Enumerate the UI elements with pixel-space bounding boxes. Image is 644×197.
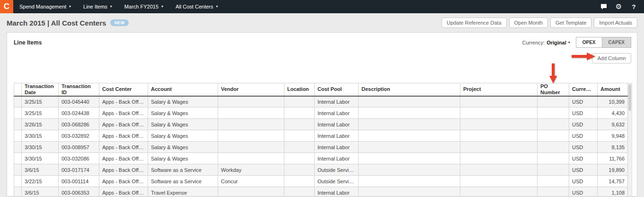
help-icon[interactable]: ? — [630, 3, 637, 10]
open-month-button[interactable]: Open Month — [509, 18, 548, 28]
cell-cost-pool: Internal Labor — [315, 142, 359, 153]
cell-location — [284, 187, 315, 197]
column-header-amount[interactable]: Amount — [598, 83, 628, 96]
column-header-account[interactable]: Account — [148, 83, 218, 96]
cell-description — [359, 119, 460, 130]
cell-po-number — [538, 96, 569, 107]
column-header-transaction-date[interactable]: Transaction Date — [22, 83, 59, 96]
cell-description — [359, 96, 460, 107]
menu-march-fy2015[interactable]: March FY2015 ▾ — [118, 0, 169, 13]
row-selector-cell[interactable] — [14, 96, 22, 107]
tab-capex[interactable]: CAPEX — [602, 37, 631, 48]
row-selector-cell[interactable] — [14, 187, 22, 197]
cell-cost-center: Apps - Back Office — [99, 176, 148, 187]
table-row[interactable]: 3/30/15003-008957Apps - Back OfficeSalar… — [14, 142, 628, 153]
cell-account: Salary & Wages — [148, 107, 218, 119]
cell-cost-center: Apps - Back Office — [99, 142, 148, 153]
cell-vendor: Workday — [218, 164, 284, 176]
cell-cost-center: Apps - Back Office — [99, 96, 148, 107]
row-selector-cell[interactable] — [14, 107, 22, 119]
column-header-po-number[interactable]: PO Number — [538, 83, 569, 96]
cell-project — [460, 142, 538, 153]
cell-amount: 9,948 — [598, 130, 628, 142]
cell-po-number — [538, 164, 569, 176]
chat-icon[interactable] — [600, 4, 607, 10]
cell-vendor — [218, 187, 284, 197]
column-header-currency[interactable]: Currency — [569, 83, 598, 96]
cell-location — [284, 130, 315, 142]
cell-cost-center: Apps - Back Office — [99, 119, 148, 130]
chevron-down-icon: ▾ — [568, 41, 570, 45]
column-header-project[interactable]: Project — [460, 83, 538, 96]
table-row[interactable]: 3/26/15003-068286Apps - Back OfficeSalar… — [14, 119, 628, 130]
cell-cost-pool: Internal Labor — [315, 153, 359, 164]
table-row[interactable]: 3/25/15003-045440Apps - Back OfficeSalar… — [14, 96, 628, 107]
cell-cost-pool: Internal Labor — [315, 119, 359, 130]
table-row[interactable]: 3/6/15003-006353Apps - Back OfficeTravel… — [14, 187, 628, 197]
topbar-icons: ⚙ ? — [600, 2, 644, 11]
row-selector-cell[interactable] — [14, 176, 22, 187]
row-selector-header — [14, 83, 22, 96]
column-header-description[interactable]: Description — [359, 83, 460, 96]
cell-transaction-date: 3/30/15 — [22, 130, 59, 142]
cell-po-number — [538, 142, 569, 153]
column-header-vendor[interactable]: Vendor — [218, 83, 284, 96]
menu-label: March FY2015 — [124, 4, 159, 9]
cell-amount: 11,766 — [598, 153, 628, 164]
cell-transaction-id: 003-017174 — [59, 164, 99, 176]
cell-location — [284, 164, 315, 176]
cell-location — [284, 96, 315, 107]
cell-description — [359, 153, 460, 164]
cell-transaction-id: 003-006353 — [59, 187, 99, 197]
row-selector-cell[interactable] — [14, 164, 22, 176]
row-selector-cell[interactable] — [14, 153, 22, 164]
cell-account: Salary & Wages — [148, 142, 218, 153]
chevron-down-icon: ▾ — [161, 5, 163, 9]
column-header-transaction-id[interactable]: Transaction ID — [59, 83, 99, 96]
add-column-button[interactable]: Add Column — [592, 53, 631, 63]
cell-currency: USD — [569, 96, 598, 107]
table-row[interactable]: 3/30/15003-032892Apps - Back OfficeSalar… — [14, 130, 628, 142]
menu-all-cost-centers[interactable]: All Cost Centers ▾ — [169, 0, 224, 13]
cell-amount: 14,757 — [598, 176, 628, 187]
import-actuals-button[interactable]: Import Actuals — [594, 18, 637, 28]
row-selector-cell[interactable] — [14, 130, 22, 142]
scrollbar-thumb[interactable] — [628, 84, 631, 111]
cell-account: Salary & Wages — [148, 119, 218, 130]
cell-currency: USD — [569, 164, 598, 176]
row-selector-cell[interactable] — [14, 119, 22, 130]
get-template-button[interactable]: Get Template — [550, 18, 591, 28]
cell-location — [284, 107, 315, 119]
tab-opex[interactable]: OPEX — [576, 37, 602, 48]
cell-cost-center: Apps - Back Office — [99, 187, 148, 197]
table-row[interactable]: 3/22/15003-001114Apps - Back OfficeSoftw… — [14, 176, 628, 187]
table-row[interactable]: 3/25/15003-024438Apps - Back OfficeSalar… — [14, 107, 628, 119]
cell-cost-pool: Internal Labor — [315, 187, 359, 197]
cell-location — [284, 153, 315, 164]
cell-account: Software as a Service — [148, 176, 218, 187]
table-row[interactable]: 3/6/15003-017174Apps - Back OfficeSoftwa… — [14, 164, 628, 176]
menu-line-items[interactable]: Line Items ▾ — [77, 0, 118, 13]
cell-account: Salary & Wages — [148, 130, 218, 142]
cell-description — [359, 130, 460, 142]
line-items-table: Transaction DateTransaction IDCost Cente… — [14, 83, 628, 197]
cell-amount: 19,890 — [598, 164, 628, 176]
table-scrollbar[interactable] — [628, 83, 632, 197]
coupa-logo[interactable]: C — [0, 0, 13, 13]
cell-po-number — [538, 187, 569, 197]
chevron-down-icon: ▾ — [216, 5, 218, 9]
column-header-location[interactable]: Location — [284, 83, 315, 96]
column-header-cost-pool[interactable]: Cost Pool — [315, 83, 359, 96]
cell-currency: USD — [569, 142, 598, 153]
cell-vendor — [218, 107, 284, 119]
cell-transaction-date: 3/25/15 — [22, 96, 59, 107]
column-header-cost-center[interactable]: Cost Center — [99, 83, 148, 96]
gear-icon[interactable]: ⚙ — [615, 2, 622, 11]
table-row[interactable]: 3/30/15003-032086Apps - Back OfficeSalar… — [14, 153, 628, 164]
cell-currency: USD — [569, 119, 598, 130]
menu-spend-management[interactable]: Spend Management ▾ — [13, 0, 77, 13]
new-badge: NEW — [110, 19, 128, 26]
update-reference-data-button[interactable]: Update Reference Data — [441, 18, 507, 28]
currency-dropdown[interactable]: Currency: Original ▾ — [522, 40, 570, 45]
row-selector-cell[interactable] — [14, 142, 22, 153]
